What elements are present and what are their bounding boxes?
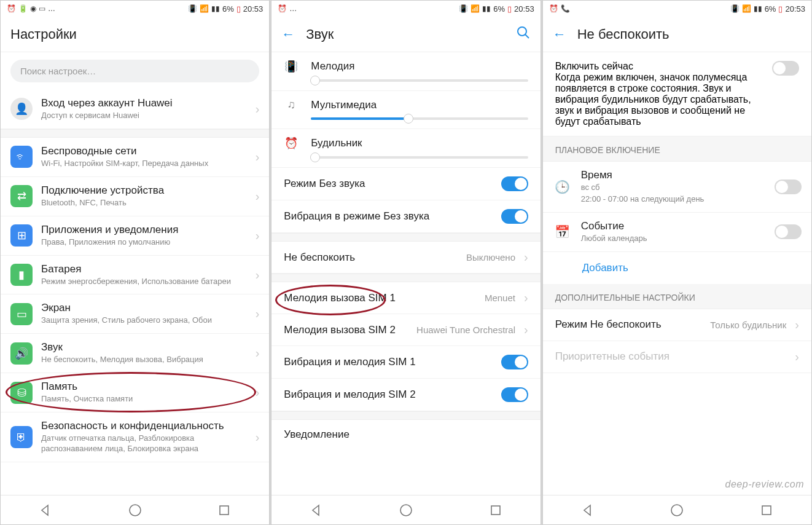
search-input[interactable]: Поиск настроек… [10, 60, 259, 82]
toggle[interactable] [501, 176, 528, 191]
slider-label: Будильник [311, 137, 362, 149]
settings-row-battery[interactable]: ▮ Батарея Режим энергосбережения, Исполь… [1, 256, 269, 295]
slider-icon: ♫ [284, 98, 299, 111]
signal-icon: ▮▮ [754, 4, 762, 13]
toggle-row[interactable]: Вибрация в режиме Без звука [271, 200, 540, 233]
page-title: Настройки [10, 26, 77, 42]
row-title: Приоритетные события [555, 350, 787, 363]
display-icon: ▭ [10, 303, 33, 325]
event-row[interactable]: 📅 Событие Любой календарь [543, 213, 811, 252]
row-value: Huawei Tune Orchestral [416, 325, 515, 335]
slider-track[interactable] [311, 117, 528, 120]
battery-low-icon: ▯ [236, 4, 241, 14]
device-icon: ⇄ [10, 185, 33, 207]
statusbar: ⏰ 📞 📳 📶 ▮▮ 6% ▯ 20:53 [543, 1, 811, 17]
wifi-icon: 📶 [470, 4, 480, 13]
toggle-enable-now[interactable] [772, 61, 799, 76]
screen-sound: ⏰ … 📳 📶 ▮▮ 6% ▯ 20:53 ← Звук 📳 Мелодия ♫… [271, 0, 541, 525]
clock: 20:53 [243, 4, 264, 14]
avatar-icon: 👤 [10, 98, 33, 120]
notification-row[interactable]: Уведомление [271, 420, 540, 449]
section-header: ПЛАНОВОЕ ВКЛЮЧЕНИЕ [543, 136, 811, 162]
settings-row-device[interactable]: ⇄ Подключение устройства Bluetooth, NFC,… [1, 177, 269, 216]
slider-track[interactable] [311, 156, 528, 159]
toggle-row[interactable]: Вибрация и мелодия SIM 2 [271, 379, 540, 411]
settings-row-apps[interactable]: ⊞ Приложения и уведомления Права, Прилож… [1, 216, 269, 256]
slider-icon: ⏰ [284, 136, 299, 150]
battery-pct: 6% [765, 4, 776, 14]
settings-row-display[interactable]: ▭ Экран Защита зрения, Стиль рабочего эк… [1, 294, 269, 334]
toggle[interactable] [501, 355, 528, 369]
row-sub: Любой календарь [581, 234, 766, 244]
chevron-right-icon: › [256, 346, 260, 360]
row-title: Приложения и уведомления [41, 224, 247, 236]
chevron-right-icon: › [256, 229, 260, 243]
nav-home[interactable] [128, 503, 142, 518]
nav-back[interactable] [309, 503, 324, 518]
svg-point-4 [400, 505, 412, 516]
nav-home[interactable] [670, 503, 684, 518]
priority-row[interactable]: Приоритетные события › [543, 341, 811, 373]
time-row[interactable]: 🕒 Время вс сб 22:00 - 07:00 на следующий… [543, 162, 811, 213]
row-title: Подключение устройства [41, 184, 247, 197]
row-sub: Режим энергосбережения, Использование ба… [41, 277, 247, 287]
nav-back[interactable] [38, 503, 53, 518]
slider-label: Мелодия [311, 60, 354, 73]
slider-2[interactable]: ⏰ Будильник [271, 129, 540, 168]
chevron-right-icon: › [524, 323, 528, 337]
back-button[interactable]: ← [553, 26, 566, 42]
toggle[interactable] [501, 387, 528, 402]
calendar-icon: 📅 [553, 222, 572, 242]
header: Настройки [1, 17, 269, 52]
sim2-tone-row[interactable]: Мелодия вызова SIM 2 Huawei Tune Orchest… [271, 314, 540, 346]
row-sub: Когда режим включен, значок полумесяца п… [555, 72, 762, 127]
svg-rect-1 [220, 506, 228, 515]
toggle-row[interactable]: Режим Без звука [271, 168, 540, 200]
enable-now-row[interactable]: Включить сейчас Когда режим включен, зна… [543, 52, 811, 136]
clock-icon: 🕒 [553, 177, 572, 197]
alarm-icon: ⏰ [549, 4, 558, 13]
svg-point-2 [518, 27, 526, 36]
nav-recent[interactable] [488, 503, 503, 518]
row-title: Беспроводные сети [41, 145, 247, 157]
chevron-right-icon: › [256, 385, 260, 400]
settings-row-storage[interactable]: ⛁ Память Память, Очистка памяти › [1, 373, 269, 412]
apps-icon: ⊞ [10, 224, 33, 247]
back-button[interactable]: ← [281, 26, 295, 42]
nav-home[interactable] [399, 503, 413, 518]
nav-recent[interactable] [759, 503, 774, 518]
search-button[interactable] [516, 25, 531, 44]
storage-icon: ⛁ [10, 382, 33, 404]
wifi-icon: ᯤ [10, 146, 33, 168]
add-button[interactable]: Добавить [543, 252, 811, 284]
toggle-time[interactable] [775, 180, 802, 194]
slider-1[interactable]: ♫ Мультимедиа [271, 91, 540, 129]
sim1-tone-row[interactable]: Мелодия вызова SIM 1 Menuet › [271, 282, 540, 314]
settings-row-security[interactable]: ⛨ Безопасность и конфиденциальность Датч… [1, 412, 269, 462]
section-header: ДОПОЛНИТЕЛЬНЫЕ НАСТРОЙКИ [543, 284, 811, 309]
vibrate-icon: 📳 [188, 4, 197, 13]
settings-row-wifi[interactable]: ᯤ Беспроводные сети Wi-Fi, Настройки SIM… [1, 138, 269, 177]
row-title: Мелодия вызова SIM 1 [284, 292, 476, 304]
row-title: Экран [41, 302, 247, 314]
screen-dnd: ⏰ 📞 📳 📶 ▮▮ 6% ▯ 20:53 ← Не беспокоить Вк… [542, 0, 812, 525]
slider-track[interactable] [311, 79, 528, 82]
nav-back[interactable] [580, 503, 595, 518]
row-sub: Не беспокоить, Мелодия вызова, Вибрация [41, 355, 247, 365]
more-icon: … [48, 4, 55, 13]
toggle-event[interactable] [775, 224, 802, 239]
row-title: Уведомление [284, 428, 528, 441]
nav-recent[interactable] [217, 503, 232, 518]
toggle[interactable] [501, 209, 528, 224]
slider-0[interactable]: 📳 Мелодия [271, 52, 540, 91]
chevron-right-icon: › [524, 250, 528, 264]
row-title: Память [41, 381, 247, 393]
signal-icon: ▮▮ [211, 4, 220, 13]
dnd-row[interactable]: Не беспокоить Выключено › [271, 242, 540, 274]
section-gap [1, 129, 269, 138]
settings-row-sound[interactable]: 🔊 Звук Не беспокоить, Мелодия вызова, Ви… [1, 334, 269, 373]
dnd-mode-row[interactable]: Режим Не беспокоить Только будильник › [543, 309, 811, 341]
account-row[interactable]: 👤 Вход через аккаунт Huawei Доступ к сер… [1, 90, 269, 129]
toggle-row[interactable]: Вибрация и мелодия SIM 1 [271, 346, 540, 379]
row-title: Вибрация и мелодия SIM 2 [284, 389, 492, 401]
